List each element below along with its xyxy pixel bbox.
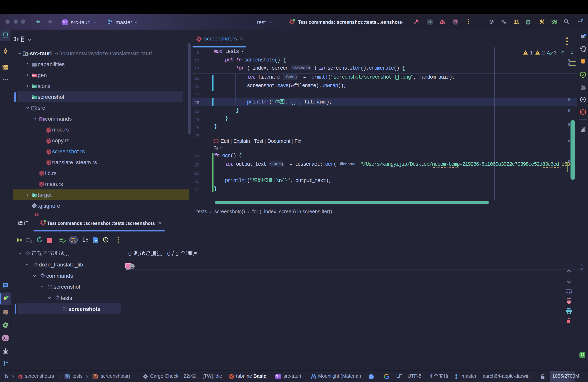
- svg-text:R: R: [291, 20, 294, 24]
- svg-text:A: A: [582, 127, 584, 129]
- svg-text:A: A: [504, 21, 506, 25]
- svg-text:R: R: [42, 221, 44, 225]
